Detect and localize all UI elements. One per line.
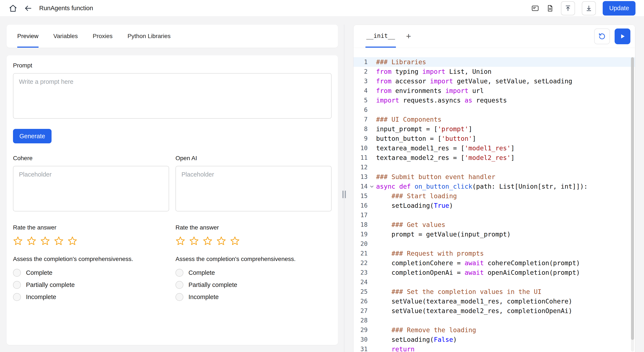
- code-line[interactable]: 23 completionOpenAi = await openAiComple…: [354, 268, 635, 277]
- code-line[interactable]: 11textarea_model2_res = ['model2_res']: [354, 153, 635, 163]
- scrollbar-thumb[interactable]: [631, 57, 634, 340]
- code-line[interactable]: 2from typing import List, Union: [354, 67, 635, 76]
- add-tab-button[interactable]: +: [406, 25, 411, 48]
- star-icon[interactable]: [68, 236, 77, 246]
- code-line[interactable]: 29 ### Remove the loading: [354, 325, 635, 335]
- code-line[interactable]: 25 ### Set the completion values in the …: [354, 287, 635, 297]
- code-editor: __init__ + 1### Libraries2from typing im…: [353, 25, 635, 352]
- code-line[interactable]: 7### UI Components: [354, 115, 635, 124]
- star-icon[interactable]: [54, 236, 64, 246]
- back-arrow-icon: [24, 4, 32, 12]
- star-icon[interactable]: [26, 236, 36, 246]
- editor-actions: [594, 25, 630, 48]
- star-icon[interactable]: [189, 236, 199, 246]
- code-line[interactable]: 24: [354, 277, 635, 287]
- option-partially-complete[interactable]: Partially complete: [176, 281, 332, 289]
- line-number: 5: [354, 96, 368, 105]
- line-number: 29: [354, 325, 368, 335]
- line-number: 20: [354, 239, 368, 249]
- tab-proxies[interactable]: Proxies: [93, 25, 112, 48]
- radio-icon[interactable]: [176, 293, 183, 301]
- code-line[interactable]: 30 setLoading(False): [354, 335, 635, 344]
- code-line[interactable]: 26 setValue(textarea_model1_res, complet…: [354, 297, 635, 306]
- code-line[interactable]: 3from accessor import getValue, setValue…: [354, 76, 635, 86]
- code-line[interactable]: 28: [354, 316, 635, 325]
- code-line[interactable]: 10textarea_model1_res = ['model1_res']: [354, 143, 635, 153]
- line-number: 12: [354, 163, 368, 172]
- test-file-button[interactable]: [546, 4, 554, 12]
- code-line[interactable]: 1### Libraries: [354, 57, 635, 67]
- option-complete[interactable]: Complete: [13, 269, 169, 277]
- code-line[interactable]: 31 return: [354, 344, 635, 352]
- model-column-openai: Open AI Rate the answer Assess the compl…: [176, 155, 332, 301]
- code-line[interactable]: 20: [354, 239, 635, 249]
- code-line[interactable]: 12: [354, 163, 635, 172]
- star-icon[interactable]: [40, 236, 50, 246]
- radio-icon[interactable]: [13, 281, 21, 289]
- code-line[interactable]: 19 prompt = getValue(input_prompt): [354, 229, 635, 239]
- editor-tab-init[interactable]: __init__: [366, 25, 396, 48]
- code-line[interactable]: 4from environments import url: [354, 86, 635, 96]
- star-icon[interactable]: [176, 236, 185, 246]
- star-icon[interactable]: [230, 236, 240, 246]
- code-line[interactable]: 14async def on_button_click(path: List[U…: [354, 182, 635, 191]
- code-line[interactable]: 27 setValue(textarea_model2_res, complet…: [354, 306, 635, 316]
- code-line[interactable]: 8input_prompt = ['prompt']: [354, 124, 635, 134]
- code-line[interactable]: 21 ### Request with prompts: [354, 249, 635, 258]
- code-line[interactable]: 9button_button = ['button']: [354, 134, 635, 143]
- line-number: 19: [354, 229, 368, 239]
- prompt-input[interactable]: [13, 73, 332, 119]
- option-incomplete[interactable]: Incomplete: [13, 293, 169, 301]
- restore-button[interactable]: [594, 28, 610, 44]
- code-line[interactable]: 22 completionCohere = await cohereComple…: [354, 258, 635, 268]
- code-line[interactable]: 13### Submit button event handler: [354, 172, 635, 182]
- code-line[interactable]: 18 ### Get values: [354, 220, 635, 229]
- line-number: 15: [354, 191, 368, 201]
- generate-button[interactable]: Generate: [13, 129, 52, 143]
- code-line[interactable]: 6: [354, 105, 635, 115]
- radio-icon[interactable]: [176, 269, 183, 277]
- line-number: 1: [354, 57, 368, 67]
- upload-button[interactable]: [561, 1, 575, 15]
- radio-icon[interactable]: [176, 281, 183, 289]
- editor-scrollbar[interactable]: [631, 57, 634, 352]
- home-button[interactable]: [8, 4, 18, 13]
- code-line[interactable]: 15 ### Start loading: [354, 191, 635, 201]
- model-columns: Cohere Rate the answer Assess the comple…: [13, 155, 332, 301]
- tab-preview[interactable]: Preview: [17, 25, 38, 48]
- code-line[interactable]: 17: [354, 210, 635, 220]
- code-line[interactable]: 5import requests.asyncs as requests: [354, 96, 635, 105]
- download-button[interactable]: [582, 1, 596, 15]
- option-complete[interactable]: Complete: [176, 269, 332, 277]
- run-button[interactable]: [614, 28, 630, 44]
- tab-variables[interactable]: Variables: [54, 25, 78, 48]
- star-icon[interactable]: [203, 236, 212, 246]
- update-button[interactable]: Update: [603, 1, 636, 15]
- panel-resize-handle[interactable]: [344, 25, 344, 352]
- play-icon: [619, 33, 626, 40]
- fold-chevron-icon[interactable]: [368, 182, 376, 191]
- tab-python-libraries[interactable]: Python Libraries: [128, 25, 170, 48]
- cohere-output[interactable]: [13, 166, 169, 211]
- line-number: 28: [354, 316, 368, 325]
- star-icon[interactable]: [216, 236, 226, 246]
- line-number: 17: [354, 210, 368, 220]
- drag-grip-icon[interactable]: [342, 190, 346, 198]
- openai-output[interactable]: [176, 166, 332, 211]
- code-line[interactable]: 16 setLoading(True): [354, 201, 635, 210]
- upload-icon: [564, 4, 572, 12]
- option-incomplete[interactable]: Incomplete: [176, 293, 332, 301]
- radio-icon[interactable]: [13, 293, 21, 301]
- docs-button[interactable]: [531, 4, 539, 12]
- line-number: 16: [354, 201, 368, 210]
- radio-icon[interactable]: [13, 269, 21, 277]
- option-partially-complete[interactable]: Partially complete: [13, 281, 169, 289]
- back-button[interactable]: [24, 4, 32, 12]
- line-number: 4: [354, 86, 368, 96]
- line-number: 25: [354, 287, 368, 297]
- model-label: Open AI: [176, 155, 332, 162]
- line-number: 6: [354, 105, 368, 115]
- line-number: 22: [354, 258, 368, 268]
- line-number: 9: [354, 134, 368, 143]
- star-icon[interactable]: [13, 236, 23, 246]
